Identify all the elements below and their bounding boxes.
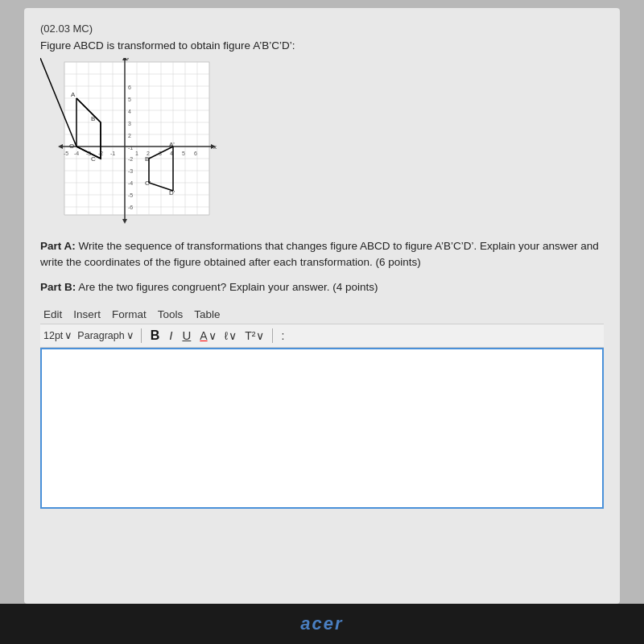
svg-text:1: 1 bbox=[135, 151, 138, 156]
format-toolbar: 12pt ∨ Paragraph ∨ B I U A ∨ ℓ ∨ T² ∨ bbox=[40, 324, 604, 348]
highlight-button[interactable]: ℓ ∨ bbox=[223, 329, 239, 342]
menu-format[interactable]: Format bbox=[112, 308, 147, 320]
menu-insert[interactable]: Insert bbox=[73, 308, 101, 320]
content-area: (02.03 MC) Figure ABCD is transformed to… bbox=[24, 8, 620, 604]
highlight-arrow: ∨ bbox=[229, 329, 237, 342]
toolbar-divider-1 bbox=[141, 328, 142, 343]
svg-text:-5: -5 bbox=[64, 151, 68, 156]
paragraph-arrow: ∨ bbox=[126, 329, 134, 341]
svg-text:A: A bbox=[71, 91, 76, 98]
figure-title: Figure ABCD is transformed to obtain fig… bbox=[40, 39, 604, 52]
highlight-label: ℓ bbox=[225, 329, 229, 342]
svg-text:O: O bbox=[69, 142, 74, 150]
paragraph-value: Paragraph bbox=[77, 330, 124, 341]
svg-text:-5: -5 bbox=[128, 192, 133, 198]
superscript-button[interactable]: T² ∨ bbox=[243, 329, 266, 342]
svg-text:6: 6 bbox=[194, 151, 197, 156]
svg-text:5: 5 bbox=[182, 151, 185, 156]
underline-button[interactable]: U bbox=[180, 328, 193, 342]
part-b-text: Are the two figures congruent? Explain y… bbox=[78, 281, 378, 293]
more-options-button[interactable]: : bbox=[279, 329, 286, 342]
svg-text:y: y bbox=[126, 58, 130, 60]
superscript-arrow: ∨ bbox=[256, 329, 264, 342]
superscript-label: T² bbox=[245, 329, 255, 342]
svg-marker-33 bbox=[122, 219, 127, 224]
font-size-value: 12pt bbox=[43, 330, 63, 341]
font-color-button[interactable]: A ∨ bbox=[198, 329, 217, 342]
bottom-bar: acer bbox=[0, 604, 644, 644]
question-id: (02.03 MC) bbox=[40, 23, 604, 35]
part-b: Part B: Are the two figures congruent? E… bbox=[40, 279, 604, 295]
part-b-label: Part B: bbox=[40, 281, 76, 293]
menu-tools[interactable]: Tools bbox=[158, 308, 184, 320]
menu-table[interactable]: Table bbox=[194, 308, 220, 320]
part-a-text: Write the sequence of transformations th… bbox=[40, 240, 599, 268]
coordinate-graph: x y -1 -2 -3 -4 -5 1 2 3 4 5 6 3 4 5 6 2 bbox=[40, 58, 217, 227]
svg-text:5: 5 bbox=[128, 97, 131, 102]
svg-text:B': B' bbox=[145, 155, 151, 163]
part-a: Part A: Write the sequence of transforma… bbox=[40, 238, 604, 271]
svg-text:-1: -1 bbox=[110, 151, 115, 156]
svg-text:3: 3 bbox=[128, 121, 131, 126]
acer-logo: acer bbox=[300, 613, 343, 634]
menu-edit[interactable]: Edit bbox=[43, 308, 62, 320]
screen: (02.03 MC) Figure ABCD is transformed to… bbox=[0, 0, 644, 644]
font-size-select[interactable]: 12pt ∨ bbox=[43, 329, 72, 341]
font-size-arrow: ∨ bbox=[64, 329, 72, 341]
part-a-label: Part A: bbox=[40, 240, 76, 252]
svg-text:-4: -4 bbox=[74, 151, 79, 156]
svg-text:-6: -6 bbox=[128, 204, 133, 210]
svg-marker-30 bbox=[58, 144, 63, 149]
bold-button[interactable]: B bbox=[148, 328, 163, 343]
graph-container: x y -1 -2 -3 -4 -5 1 2 3 4 5 6 3 4 5 6 2 bbox=[40, 58, 217, 227]
italic-button[interactable]: I bbox=[167, 328, 175, 342]
toolbar-divider-2 bbox=[272, 328, 273, 343]
menu-bar: Edit Insert Format Tools Table bbox=[40, 303, 604, 324]
font-color-label: A bbox=[200, 329, 207, 342]
font-color-arrow: ∨ bbox=[208, 329, 217, 342]
svg-text:-4: -4 bbox=[128, 180, 133, 186]
svg-text:6: 6 bbox=[128, 85, 131, 90]
text-editor[interactable] bbox=[40, 348, 604, 509]
svg-text:x: x bbox=[213, 143, 217, 151]
svg-text:4: 4 bbox=[128, 109, 131, 114]
svg-text:-2: -2 bbox=[128, 156, 133, 162]
paragraph-select[interactable]: Paragraph ∨ bbox=[77, 329, 134, 341]
svg-text:-3: -3 bbox=[128, 168, 133, 174]
svg-text:-1: -1 bbox=[128, 145, 133, 151]
svg-text:2: 2 bbox=[128, 133, 131, 138]
